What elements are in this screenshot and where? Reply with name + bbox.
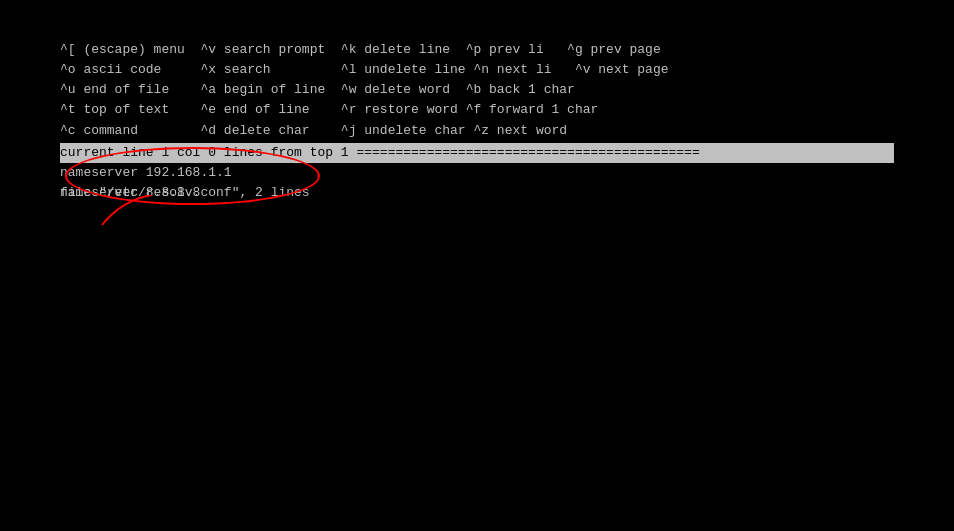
content-line-1[interactable]: nameserver 192.168.1.1 [60,163,894,183]
help-line-5: ^c command ^d delete char ^j undelete ch… [60,121,894,141]
help-line-3: ^u end of file ^a begin of line ^w delet… [60,80,894,100]
bottom-status: file "/etc/resolv.conf", 2 lines [60,183,310,203]
terminal-window: ^[ (escape) menu ^v search prompt ^k del… [0,0,954,243]
help-line-2: ^o ascii code ^x search ^l undelete line… [60,60,894,80]
help-line-4: ^t top of text ^e end of line ^r restore… [60,100,894,120]
help-line-1: ^[ (escape) menu ^v search prompt ^k del… [60,40,894,60]
status-bar: current line 1 col 0 lines from top 1 ==… [60,143,894,163]
